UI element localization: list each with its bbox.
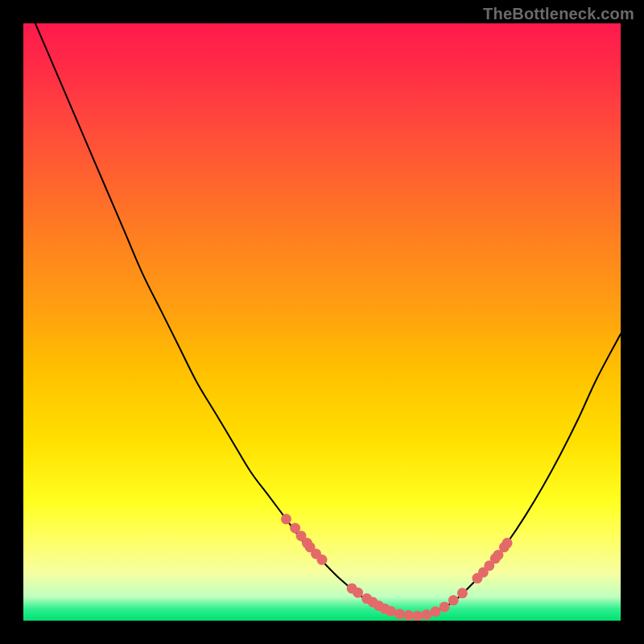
marker-dot — [440, 601, 450, 612]
marker-group — [281, 514, 513, 621]
marker-dot — [386, 606, 396, 617]
marker-dot — [457, 588, 468, 598]
marker-dot — [353, 588, 363, 598]
marker-dot — [403, 610, 414, 621]
curve-svg — [23, 23, 621, 621]
watermark-text: TheBottleneck.com — [483, 5, 634, 23]
plot-area — [23, 23, 621, 621]
bottleneck-curve — [35, 23, 621, 616]
marker-dot — [502, 538, 513, 548]
marker-dot — [412, 611, 423, 621]
marker-dot — [394, 609, 405, 619]
marker-dot — [421, 609, 431, 620]
marker-dot — [448, 595, 459, 605]
marker-dot — [317, 555, 328, 565]
marker-dot — [430, 606, 440, 617]
marker-dot — [281, 514, 291, 524]
chart-frame: TheBottleneck.com — [0, 0, 644, 644]
